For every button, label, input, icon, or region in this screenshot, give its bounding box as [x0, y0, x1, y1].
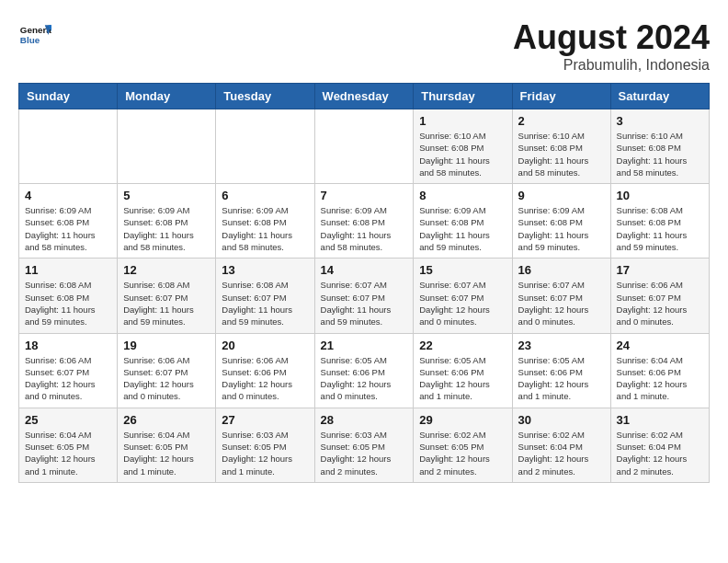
calendar-cell: 11Sunrise: 6:08 AM Sunset: 6:08 PM Dayli…	[19, 259, 118, 333]
title-block: August 2024 Prabumulih, Indonesia	[513, 18, 710, 74]
calendar-cell: 13Sunrise: 6:08 AM Sunset: 6:07 PM Dayli…	[216, 259, 314, 333]
day-info: Sunrise: 6:07 AM Sunset: 6:07 PM Dayligh…	[321, 279, 408, 327]
day-number: 9	[518, 189, 605, 202]
day-info: Sunrise: 6:02 AM Sunset: 6:04 PM Dayligh…	[518, 429, 605, 477]
calendar-week-1: 1Sunrise: 6:10 AM Sunset: 6:08 PM Daylig…	[19, 109, 710, 184]
logo: General Blue	[18, 18, 51, 52]
calendar-week-2: 4Sunrise: 6:09 AM Sunset: 6:08 PM Daylig…	[19, 184, 710, 259]
day-number: 13	[222, 263, 308, 277]
day-number: 3	[617, 114, 703, 128]
day-number: 4	[25, 189, 111, 202]
calendar-table: SundayMondayTuesdayWednesdayThursdayFrid…	[18, 83, 710, 483]
day-number: 17	[617, 263, 703, 277]
calendar-cell: 18Sunrise: 6:06 AM Sunset: 6:07 PM Dayli…	[19, 333, 118, 408]
day-number: 15	[419, 263, 506, 277]
day-number: 22	[419, 339, 506, 352]
calendar-cell: 31Sunrise: 6:02 AM Sunset: 6:04 PM Dayli…	[610, 408, 709, 482]
day-info: Sunrise: 6:06 AM Sunset: 6:07 PM Dayligh…	[617, 279, 703, 327]
day-info: Sunrise: 6:05 AM Sunset: 6:06 PM Dayligh…	[518, 354, 605, 403]
day-info: Sunrise: 6:10 AM Sunset: 6:08 PM Dayligh…	[419, 130, 506, 178]
day-number: 20	[222, 339, 308, 352]
day-info: Sunrise: 6:08 AM Sunset: 6:07 PM Dayligh…	[123, 279, 210, 327]
day-number: 30	[518, 413, 605, 427]
day-info: Sunrise: 6:06 AM Sunset: 6:07 PM Dayligh…	[123, 354, 210, 403]
day-number: 10	[617, 189, 703, 202]
day-info: Sunrise: 6:03 AM Sunset: 6:05 PM Dayligh…	[321, 429, 408, 477]
day-number: 24	[617, 339, 703, 352]
calendar-cell: 24Sunrise: 6:04 AM Sunset: 6:06 PM Dayli…	[610, 333, 709, 408]
calendar-cell: 22Sunrise: 6:05 AM Sunset: 6:06 PM Dayli…	[414, 333, 512, 408]
day-info: Sunrise: 6:09 AM Sunset: 6:08 PM Dayligh…	[25, 204, 111, 253]
day-number: 19	[123, 339, 210, 352]
day-number: 11	[25, 263, 111, 277]
calendar-week-5: 25Sunrise: 6:04 AM Sunset: 6:05 PM Dayli…	[19, 408, 710, 482]
calendar-cell: 3Sunrise: 6:10 AM Sunset: 6:08 PM Daylig…	[610, 109, 709, 184]
day-number: 23	[518, 339, 605, 352]
calendar-cell: 4Sunrise: 6:09 AM Sunset: 6:08 PM Daylig…	[19, 184, 118, 259]
logo-icon: General Blue	[18, 18, 51, 52]
calendar-cell: 8Sunrise: 6:09 AM Sunset: 6:08 PM Daylig…	[414, 184, 512, 259]
calendar-cell: 17Sunrise: 6:06 AM Sunset: 6:07 PM Dayli…	[610, 259, 709, 333]
calendar-cell: 29Sunrise: 6:02 AM Sunset: 6:05 PM Dayli…	[414, 408, 512, 482]
calendar-cell	[314, 109, 414, 184]
day-number: 31	[617, 413, 703, 427]
calendar-cell: 20Sunrise: 6:06 AM Sunset: 6:06 PM Dayli…	[216, 333, 314, 408]
calendar-cell: 10Sunrise: 6:08 AM Sunset: 6:08 PM Dayli…	[610, 184, 709, 259]
calendar-cell: 19Sunrise: 6:06 AM Sunset: 6:07 PM Dayli…	[118, 333, 216, 408]
weekday-header-row: SundayMondayTuesdayWednesdayThursdayFrid…	[19, 84, 710, 109]
day-info: Sunrise: 6:02 AM Sunset: 6:04 PM Dayligh…	[617, 429, 703, 477]
day-number: 16	[518, 263, 605, 277]
calendar-cell: 2Sunrise: 6:10 AM Sunset: 6:08 PM Daylig…	[512, 109, 610, 184]
weekday-header-saturday: Saturday	[610, 84, 709, 109]
weekday-header-sunday: Sunday	[19, 84, 118, 109]
day-number: 26	[123, 413, 210, 427]
calendar-week-3: 11Sunrise: 6:08 AM Sunset: 6:08 PM Dayli…	[19, 259, 710, 333]
day-number: 5	[123, 189, 210, 202]
calendar-cell	[216, 109, 314, 184]
day-number: 8	[419, 189, 506, 202]
calendar-cell: 9Sunrise: 6:09 AM Sunset: 6:08 PM Daylig…	[512, 184, 610, 259]
calendar-cell: 25Sunrise: 6:04 AM Sunset: 6:05 PM Dayli…	[19, 408, 118, 482]
day-number: 2	[518, 114, 605, 128]
calendar-cell: 21Sunrise: 6:05 AM Sunset: 6:06 PM Dayli…	[314, 333, 414, 408]
calendar-cell: 16Sunrise: 6:07 AM Sunset: 6:07 PM Dayli…	[512, 259, 610, 333]
calendar-week-4: 18Sunrise: 6:06 AM Sunset: 6:07 PM Dayli…	[19, 333, 710, 408]
day-info: Sunrise: 6:06 AM Sunset: 6:06 PM Dayligh…	[222, 354, 308, 403]
day-number: 1	[419, 114, 506, 128]
weekday-header-wednesday: Wednesday	[314, 84, 414, 109]
calendar-cell	[19, 109, 118, 184]
calendar-cell: 5Sunrise: 6:09 AM Sunset: 6:08 PM Daylig…	[118, 184, 216, 259]
calendar-cell: 12Sunrise: 6:08 AM Sunset: 6:07 PM Dayli…	[118, 259, 216, 333]
calendar-cell: 7Sunrise: 6:09 AM Sunset: 6:08 PM Daylig…	[314, 184, 414, 259]
calendar-cell: 23Sunrise: 6:05 AM Sunset: 6:06 PM Dayli…	[512, 333, 610, 408]
day-info: Sunrise: 6:06 AM Sunset: 6:07 PM Dayligh…	[25, 354, 111, 403]
day-info: Sunrise: 6:09 AM Sunset: 6:08 PM Dayligh…	[123, 204, 210, 253]
day-info: Sunrise: 6:09 AM Sunset: 6:08 PM Dayligh…	[518, 204, 605, 253]
day-info: Sunrise: 6:07 AM Sunset: 6:07 PM Dayligh…	[419, 279, 506, 327]
day-info: Sunrise: 6:04 AM Sunset: 6:05 PM Dayligh…	[123, 429, 210, 477]
calendar-cell: 30Sunrise: 6:02 AM Sunset: 6:04 PM Dayli…	[512, 408, 610, 482]
location-subtitle: Prabumulih, Indonesia	[513, 57, 710, 74]
weekday-header-friday: Friday	[512, 84, 610, 109]
day-number: 7	[321, 189, 408, 202]
weekday-header-monday: Monday	[118, 84, 216, 109]
weekday-header-thursday: Thursday	[414, 84, 512, 109]
day-info: Sunrise: 6:08 AM Sunset: 6:08 PM Dayligh…	[25, 279, 111, 327]
day-number: 29	[419, 413, 506, 427]
day-info: Sunrise: 6:09 AM Sunset: 6:08 PM Dayligh…	[321, 204, 408, 253]
calendar-cell: 6Sunrise: 6:09 AM Sunset: 6:08 PM Daylig…	[216, 184, 314, 259]
day-info: Sunrise: 6:10 AM Sunset: 6:08 PM Dayligh…	[518, 130, 605, 178]
page-header: General Blue August 2024 Prabumulih, Ind…	[18, 18, 710, 74]
calendar-cell: 28Sunrise: 6:03 AM Sunset: 6:05 PM Dayli…	[314, 408, 414, 482]
calendar-cell: 26Sunrise: 6:04 AM Sunset: 6:05 PM Dayli…	[118, 408, 216, 482]
weekday-header-tuesday: Tuesday	[216, 84, 314, 109]
day-info: Sunrise: 6:09 AM Sunset: 6:08 PM Dayligh…	[419, 204, 506, 253]
day-number: 14	[321, 263, 408, 277]
day-number: 21	[321, 339, 408, 352]
day-info: Sunrise: 6:04 AM Sunset: 6:05 PM Dayligh…	[25, 429, 111, 477]
day-number: 27	[222, 413, 308, 427]
calendar-cell	[118, 109, 216, 184]
day-info: Sunrise: 6:10 AM Sunset: 6:08 PM Dayligh…	[617, 130, 703, 178]
day-info: Sunrise: 6:04 AM Sunset: 6:06 PM Dayligh…	[617, 354, 703, 403]
day-number: 6	[222, 189, 308, 202]
